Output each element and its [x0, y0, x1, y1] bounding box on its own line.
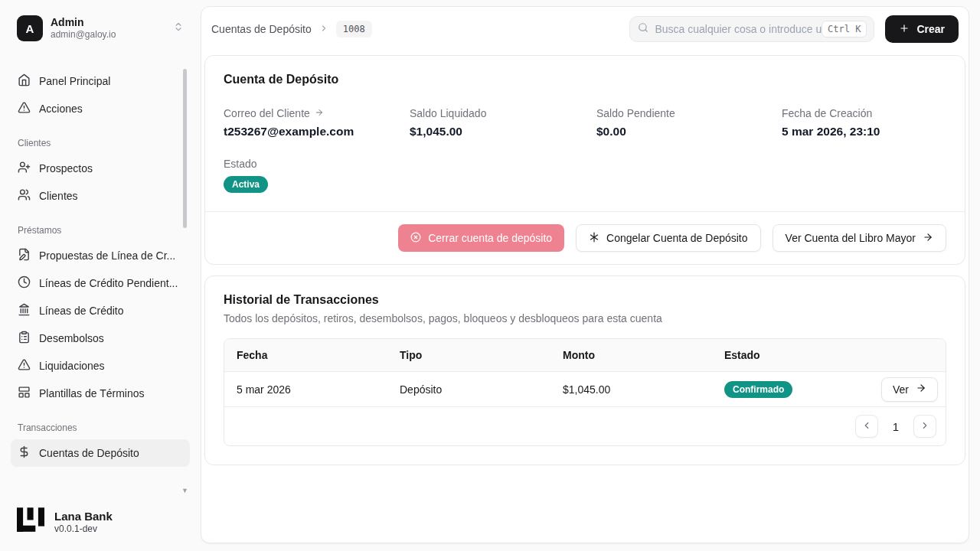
sidebar-item-label: Propuestas de Línea de Cr...	[39, 249, 175, 262]
scroll-down-indicator: ▼	[181, 487, 188, 494]
sidebar-nav: Panel Principal Acciones Clientes Prospe…	[11, 67, 190, 467]
freeze-account-button[interactable]: Congelar Cuenta de Depósito	[576, 224, 760, 252]
card-title: Cuenta de Depósito	[224, 73, 946, 86]
nav-group-label: Préstamos	[18, 225, 183, 236]
sidebar-item-cuentas-deposito[interactable]: Cuentas de Depósito	[11, 439, 190, 467]
detail-label[interactable]: Correo del Cliente	[224, 107, 310, 119]
sidebar-footer: Lana Bank v0.0.1-dev	[11, 503, 190, 540]
sidebar-item-plantillas-terminos[interactable]: Plantillas de Términos	[11, 380, 190, 407]
sidebar-item-label: Acciones	[39, 103, 83, 115]
transaction-history-card: Historial de Transacciones Todos los dep…	[204, 276, 965, 465]
sidebar-item-label: Prospectos	[39, 162, 93, 174]
detail-label: Saldo Liquidado	[410, 107, 486, 119]
file-pen-icon	[18, 248, 31, 263]
cell-monto: $1,045.00	[550, 383, 712, 396]
chevron-right-icon	[920, 420, 930, 433]
detail-value: 5 mar 2026, 23:10	[782, 125, 946, 139]
search-icon	[638, 22, 648, 36]
sidebar-item-lineas-credito-pendientes[interactable]: Líneas de Crédito Pendient...	[11, 269, 190, 297]
detail-value: t253267@example.com	[224, 125, 410, 139]
table-header-row: Fecha Tipo Monto Estado	[224, 339, 946, 372]
breadcrumb-root[interactable]: Cuentas de Depósito	[211, 23, 312, 35]
sidebar-item-label: Clientes	[39, 190, 78, 202]
arrow-right-icon	[923, 232, 933, 245]
transaction-status-badge: Confirmado	[724, 381, 792, 398]
previous-page-button[interactable]	[855, 415, 878, 438]
sidebar-item-lineas-credito[interactable]: Líneas de Crédito	[11, 297, 190, 324]
status-label: Estado	[224, 158, 257, 170]
main-panel: Cuentas de Depósito 1008 Ctrl K Crear	[201, 6, 969, 543]
arrow-right-icon	[315, 107, 324, 119]
status-badge: Activa	[224, 176, 268, 193]
sidebar-item-prospectos[interactable]: Prospectos	[11, 155, 190, 182]
sidebar-item-label: Cuentas de Depósito	[39, 447, 139, 459]
sidebar-item-label: Desembolsos	[39, 332, 104, 344]
circle-x-icon	[410, 232, 421, 245]
dollar-sign-icon	[18, 445, 31, 461]
sidebar-scrollbar[interactable]	[183, 69, 187, 228]
account-details: Correo del Cliente t253267@example.com S…	[224, 107, 946, 139]
detail-value: $0.00	[596, 125, 782, 139]
chevron-left-icon	[861, 420, 872, 433]
landmark-icon	[18, 303, 31, 318]
transactions-table: Fecha Tipo Monto Estado 5 mar 2026 Depós…	[224, 338, 946, 446]
sidebar-item-acciones[interactable]: Acciones	[11, 95, 190, 122]
view-ledger-label: Ver Cuenta del Libro Mayor	[786, 232, 916, 244]
view-transaction-button[interactable]: Ver	[881, 377, 938, 402]
lana-bank-logo	[17, 507, 44, 536]
sidebar-item-propuestas-linea-credito[interactable]: Propuestas de Línea de Cr...	[11, 242, 190, 269]
create-button-label: Crear	[916, 23, 945, 35]
col-header-monto: Monto	[550, 339, 712, 371]
topbar: Cuentas de Depósito 1008 Ctrl K Crear	[204, 7, 965, 51]
keyboard-shortcut-badge: Ctrl K	[822, 21, 867, 37]
card-title: Historial de Transacciones	[224, 293, 946, 307]
home-icon	[18, 73, 31, 89]
breadcrumb-id-badge: 1008	[336, 21, 372, 37]
sidebar-item-label: Plantillas de Términos	[39, 387, 144, 399]
col-header-tipo: Tipo	[387, 339, 550, 371]
brand-name: Lana Bank	[54, 510, 113, 523]
create-button[interactable]: Crear	[885, 15, 959, 43]
close-account-button[interactable]: Cerrar cuenta de depósito	[398, 224, 564, 252]
sidebar-item-label: Panel Principal	[39, 75, 110, 87]
clipboard-list-icon	[18, 331, 31, 346]
arrow-right-icon	[916, 383, 926, 396]
sidebar-item-desembolsos[interactable]: Desembolsos	[11, 324, 190, 352]
deposit-account-card: Cuenta de Depósito Correo del Cliente t2…	[204, 55, 965, 265]
alert-triangle-icon	[18, 101, 31, 116]
sidebar-item-liquidaciones[interactable]: Liquidaciones	[11, 352, 190, 380]
sidebar: A Admin admin@galoy.io Panel Principal A…	[0, 0, 201, 551]
cell-fecha: 5 mar 2026	[224, 383, 387, 396]
user-name: Admin	[51, 16, 116, 30]
avatar: A	[17, 15, 43, 41]
alert-triangle-icon	[18, 358, 31, 373]
col-header-actions	[861, 345, 946, 365]
sidebar-item-panel-principal[interactable]: Panel Principal	[11, 67, 190, 95]
search-input[interactable]	[655, 23, 827, 35]
detail-settled-balance: Saldo Liquidado $1,045.00	[410, 107, 596, 139]
layout-template-icon	[18, 386, 31, 401]
nav-group-label: Transacciones	[18, 422, 183, 433]
view-ledger-button[interactable]: Ver Cuenta del Libro Mayor	[773, 224, 946, 252]
detail-pending-balance: Saldo Pendiente $0.00	[596, 107, 782, 139]
next-page-button[interactable]	[913, 415, 936, 438]
cell-estado: Confirmado	[712, 381, 861, 398]
pagination: 1	[224, 407, 946, 445]
col-header-fecha: Fecha	[224, 339, 387, 371]
search-bar[interactable]: Ctrl K	[629, 16, 874, 42]
detail-created-date: Fecha de Creación 5 mar 2026, 23:10	[782, 107, 946, 139]
detail-customer-email: Correo del Cliente t253267@example.com	[224, 107, 410, 139]
status-block: Estado Activa	[224, 158, 946, 193]
users-icon	[18, 188, 31, 204]
current-page-number: 1	[893, 420, 899, 433]
account-actions: Cerrar cuenta de depósito Congelar Cuent…	[205, 211, 965, 264]
sidebar-item-label: Liquidaciones	[39, 360, 105, 372]
table-row[interactable]: 5 mar 2026 Depósito $1,045.00 Confirmado…	[224, 372, 946, 407]
col-header-estado: Estado	[712, 339, 861, 371]
view-transaction-label: Ver	[893, 383, 909, 396]
user-menu[interactable]: A Admin admin@galoy.io	[11, 9, 190, 47]
sidebar-item-clientes[interactable]: Clientes	[11, 182, 190, 210]
chevrons-up-down-icon	[173, 21, 184, 35]
detail-value: $1,045.00	[410, 125, 596, 139]
freeze-account-label: Congelar Cuenta de Depósito	[606, 232, 747, 244]
